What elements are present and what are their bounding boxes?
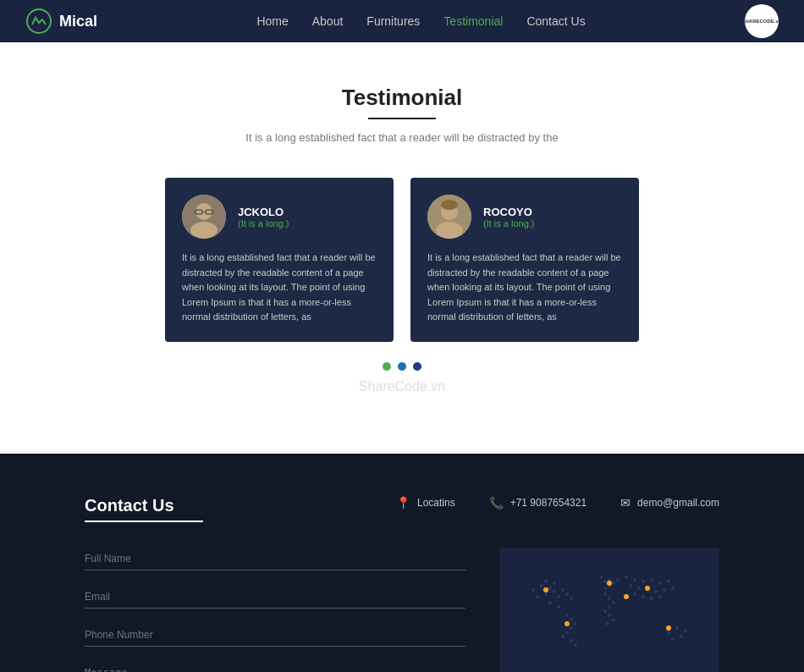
dot-1[interactable]: [383, 362, 391, 371]
card-header-2: ROCOYO (It is a long.): [427, 195, 622, 239]
world-map: [499, 548, 719, 672]
nav-furnitures[interactable]: Furnitures: [366, 14, 420, 28]
svg-point-62: [642, 595, 645, 598]
contact-email: ✉ demo@gmail.com: [620, 496, 719, 510]
svg-point-55: [629, 584, 632, 587]
svg-point-0: [27, 9, 51, 33]
contact-location: 📍 Locatins: [396, 496, 455, 510]
phone-text: +71 9087654321: [510, 497, 586, 509]
title-underline: [368, 118, 436, 119]
location-icon: 📍: [396, 496, 410, 510]
contact-header: Contact Us 📍 Locatins 📞 +71 9087654321 ✉…: [85, 496, 719, 522]
svg-point-40: [603, 587, 607, 590]
phone-icon: 📞: [489, 496, 504, 510]
avatar-2: [427, 195, 471, 239]
contact-info-items: 📍 Locatins 📞 +71 9087654321 ✉ demo@gmail…: [396, 496, 719, 510]
svg-point-26: [565, 614, 569, 617]
svg-point-30: [565, 631, 569, 634]
svg-point-15: [544, 592, 548, 596]
svg-point-31: [561, 635, 564, 638]
svg-point-37: [612, 581, 615, 585]
map-svg: [499, 548, 719, 672]
svg-point-75: [624, 594, 629, 599]
nav-contact[interactable]: Contact Us: [526, 14, 585, 28]
svg-point-50: [633, 578, 636, 581]
map-newsletter: Newsletter SUBSCRIBE: [499, 548, 719, 672]
contact-phone: 📞 +71 9087654321: [489, 496, 586, 510]
svg-point-41: [603, 592, 607, 596]
card-name-1: JCKOLO: [238, 206, 289, 218]
watermark: ShareCode.vn: [17, 379, 787, 403]
svg-point-69: [671, 637, 675, 641]
svg-point-70: [543, 587, 548, 592]
fullname-field: [85, 548, 465, 570]
svg-point-65: [667, 631, 670, 634]
fullname-input[interactable]: [85, 548, 465, 570]
svg-point-21: [570, 597, 573, 600]
svg-point-56: [637, 587, 641, 590]
contact-form: SEND f t in 📷: [85, 548, 465, 672]
email-icon: ✉: [620, 496, 631, 510]
svg-point-58: [654, 590, 658, 593]
svg-point-32: [570, 639, 573, 642]
svg-point-43: [612, 601, 615, 604]
svg-point-27: [570, 618, 573, 621]
svg-point-66: [675, 626, 679, 630]
navbar: Mical Home About Furnitures Testimonial …: [0, 0, 804, 42]
svg-point-60: [671, 587, 675, 590]
svg-point-20: [565, 592, 569, 596]
svg-point-59: [663, 588, 666, 592]
svg-point-3: [190, 222, 218, 239]
svg-point-14: [548, 587, 552, 590]
nav-testimonial[interactable]: Testimonial: [443, 14, 503, 28]
svg-point-23: [557, 605, 560, 609]
card-subtitle-2: (It is a long.): [483, 218, 535, 229]
testimonial-subtitle: It is a long established fact that a rea…: [17, 131, 787, 144]
svg-point-19: [561, 588, 564, 592]
svg-point-35: [603, 580, 607, 583]
phone-field: [85, 624, 465, 647]
svg-point-64: [658, 595, 662, 598]
testimonial-cards: JCKOLO (It is a long.) It is a long esta…: [17, 178, 787, 342]
avatar-1: [182, 195, 226, 239]
svg-point-42: [608, 597, 611, 600]
phone-input[interactable]: [85, 624, 465, 647]
logo-area: Mical: [25, 8, 97, 35]
card-subtitle-1: (It is a long.): [238, 218, 289, 229]
nav-home[interactable]: Home: [256, 14, 288, 28]
dot-3[interactable]: [413, 362, 421, 371]
svg-point-67: [684, 629, 687, 632]
dot-2[interactable]: [398, 362, 406, 371]
nav-about[interactable]: About: [312, 14, 344, 28]
svg-point-29: [570, 626, 573, 630]
nav-links: Home About Furnitures Testimonial Contac…: [256, 14, 585, 29]
svg-point-63: [650, 597, 653, 600]
svg-point-33: [574, 643, 577, 647]
svg-point-9: [436, 222, 463, 239]
svg-point-46: [608, 614, 611, 617]
svg-point-28: [574, 622, 577, 625]
sharecode-logo: SHARECODE.vn: [745, 4, 779, 38]
svg-point-51: [642, 580, 645, 583]
svg-point-71: [607, 581, 612, 586]
svg-point-12: [531, 588, 535, 592]
contact-title: Contact Us: [85, 496, 203, 522]
svg-point-54: [667, 580, 670, 583]
card-info-2: ROCOYO (It is a long.): [483, 206, 535, 229]
message-input[interactable]: [85, 662, 465, 672]
svg-point-73: [666, 625, 671, 631]
svg-point-16: [553, 590, 556, 593]
svg-point-61: [633, 592, 636, 596]
card-info-1: JCKOLO (It is a long.): [238, 206, 289, 229]
svg-point-17: [536, 595, 539, 598]
card-header-1: JCKOLO (It is a long.): [182, 195, 377, 239]
svg-point-53: [658, 581, 662, 585]
svg-point-44: [608, 605, 611, 609]
carousel-dots: [17, 362, 787, 371]
logo-text: Mical: [59, 13, 97, 30]
email-input[interactable]: [85, 586, 465, 609]
svg-point-49: [625, 576, 628, 579]
email-field: [85, 586, 465, 609]
svg-point-38: [616, 578, 620, 581]
svg-point-25: [553, 581, 556, 585]
